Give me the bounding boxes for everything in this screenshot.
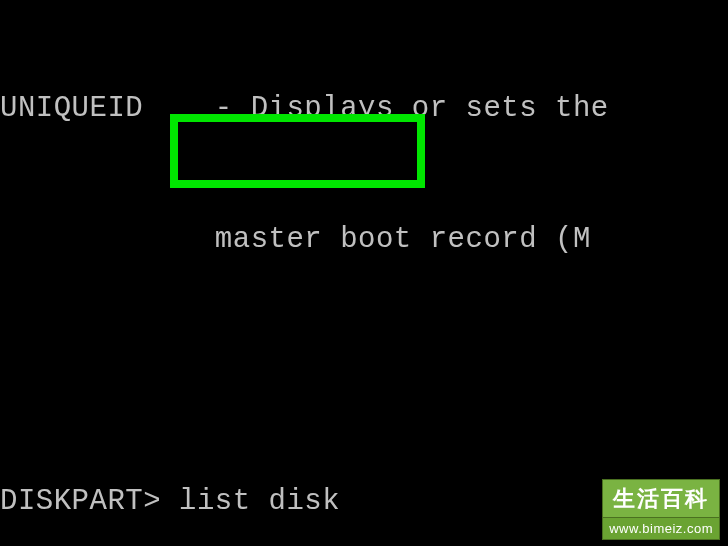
watermark-text-top: 生活百科 <box>602 479 720 518</box>
prompt-label: DISKPART> <box>0 480 161 524</box>
help-line-1: UNIQUEID - Displays or sets the <box>0 87 728 131</box>
watermark: 生活百科 www.bimeiz.com <box>602 479 720 541</box>
help-desc-1: - Displays or sets the <box>215 87 609 131</box>
help-command: UNIQUEID <box>0 87 143 131</box>
help-desc-2: master boot record (M <box>215 218 591 262</box>
terminal-output[interactable]: UNIQUEID - Displays or sets the master b… <box>0 0 728 546</box>
watermark-text-bottom: www.bimeiz.com <box>602 518 720 541</box>
command-input[interactable]: list disk <box>179 480 340 524</box>
help-line-2: master boot record (M <box>0 218 728 262</box>
blank-line <box>0 349 728 393</box>
